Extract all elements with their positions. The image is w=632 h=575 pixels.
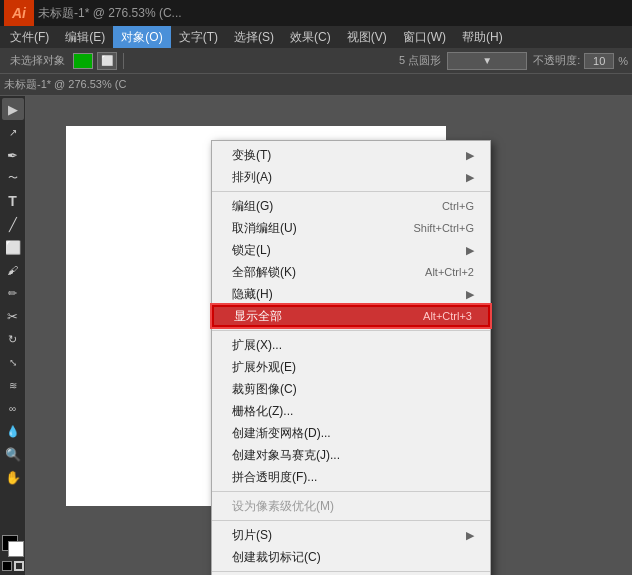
menu-lock[interactable]: 锁定(L) ▶ bbox=[212, 239, 490, 261]
opacity-label: 不透明度: bbox=[533, 53, 580, 68]
opacity-percent: % bbox=[618, 55, 628, 67]
no-selection-label: 未选择对象 bbox=[4, 53, 71, 68]
menu-section-5: 切片(S) ▶ 创建裁切标记(C) bbox=[212, 521, 490, 572]
background-color[interactable] bbox=[8, 541, 24, 557]
menu-slice[interactable]: 切片(S) ▶ bbox=[212, 524, 490, 546]
tool-paintbrush[interactable]: 🖌 bbox=[2, 259, 24, 281]
menu-hide[interactable]: 隐藏(H) ▶ bbox=[212, 283, 490, 305]
menu-effect[interactable]: 效果(C) bbox=[282, 26, 339, 48]
main-area: ▶ ↗ ✒ 〜 T ╱ ⬜ 🖌 ✏ ✂ ↻ ⤡ ≋ ∞ 💧 🔍 ✋ www.z bbox=[0, 96, 632, 575]
menu-ungroup[interactable]: 取消编组(U) Shift+Ctrl+G bbox=[212, 217, 490, 239]
menu-edit[interactable]: 编辑(E) bbox=[57, 26, 113, 48]
status-text: 未标题-1* @ 276.53% (C bbox=[4, 77, 126, 92]
toolbar-icon1[interactable]: ⬜ bbox=[97, 52, 117, 70]
menu-show-all[interactable]: 显示全部 Alt+Ctrl+3 bbox=[212, 305, 490, 327]
menu-transform[interactable]: 变换(T) ▶ bbox=[212, 144, 490, 166]
menu-unlock-all[interactable]: 全部解锁(K) Alt+Ctrl+2 bbox=[212, 261, 490, 283]
menu-pixel-optimize[interactable]: 设为像素级优化(M) bbox=[212, 495, 490, 517]
menu-section-3: 扩展(X)... 扩展外观(E) 裁剪图像(C) 栅格化(Z)... 创建渐变网… bbox=[212, 331, 490, 492]
menu-gradient-mesh[interactable]: 创建渐变网格(D)... bbox=[212, 422, 490, 444]
dropdown-menu: 变换(T) ▶ 排列(A) ▶ 编组(G) Ctrl+G 取消编组( bbox=[211, 140, 491, 575]
tool-pencil[interactable]: ✏ bbox=[2, 282, 24, 304]
tool-blend[interactable]: ∞ bbox=[2, 397, 24, 419]
tool-curvature[interactable]: 〜 bbox=[2, 167, 24, 189]
tool-rectangle[interactable]: ⬜ bbox=[2, 236, 24, 258]
menu-select[interactable]: 选择(S) bbox=[226, 26, 282, 48]
color-boxes bbox=[2, 535, 24, 575]
stroke-color[interactable] bbox=[14, 561, 24, 571]
toolbar-sep1 bbox=[123, 53, 124, 69]
menu-crop-marks[interactable]: 创建裁切标记(C) bbox=[212, 546, 490, 568]
title-bar: Ai 未标题-1* @ 276.53% (C... bbox=[0, 0, 632, 26]
tool-direct-select[interactable]: ↗ bbox=[2, 121, 24, 143]
menu-arrange[interactable]: 排列(A) ▶ bbox=[212, 166, 490, 188]
toolbar: 未选择对象 ⬜ 5 点圆形 ▼ 不透明度: % bbox=[0, 48, 632, 74]
tool-pen[interactable]: ✒ bbox=[2, 144, 24, 166]
menu-file[interactable]: 文件(F) bbox=[2, 26, 57, 48]
tool-select[interactable]: ▶ bbox=[2, 98, 24, 120]
sidebar: ▶ ↗ ✒ 〜 T ╱ ⬜ 🖌 ✏ ✂ ↻ ⤡ ≋ ∞ 💧 🔍 ✋ bbox=[0, 96, 26, 575]
tool-scissors[interactable]: ✂ bbox=[2, 305, 24, 327]
menu-flatten-transparency[interactable]: 拼合透明度(F)... bbox=[212, 466, 490, 488]
menu-view[interactable]: 视图(V) bbox=[339, 26, 395, 48]
tool-hand[interactable]: ✋ bbox=[2, 466, 24, 488]
color-swatch[interactable] bbox=[73, 53, 93, 69]
fill-color[interactable] bbox=[2, 561, 12, 571]
menu-rasterize[interactable]: 栅格化(Z)... bbox=[212, 400, 490, 422]
toolbar2: 未标题-1* @ 276.53% (C bbox=[0, 74, 632, 96]
menu-mosaic[interactable]: 创建对象马赛克(J)... bbox=[212, 444, 490, 466]
tool-warp[interactable]: ≋ bbox=[2, 374, 24, 396]
tool-line[interactable]: ╱ bbox=[2, 213, 24, 235]
shape-dropdown[interactable]: ▼ bbox=[447, 52, 527, 70]
menu-object[interactable]: 对象(O) bbox=[113, 26, 170, 48]
menu-help[interactable]: 帮助(H) bbox=[454, 26, 511, 48]
tool-rotate[interactable]: ↻ bbox=[2, 328, 24, 350]
menu-crop-image[interactable]: 裁剪图像(C) bbox=[212, 378, 490, 400]
menu-section-2: 编组(G) Ctrl+G 取消编组(U) Shift+Ctrl+G 锁定(L) … bbox=[212, 192, 490, 331]
menu-expand-appearance[interactable]: 扩展外观(E) bbox=[212, 356, 490, 378]
tool-type[interactable]: T bbox=[2, 190, 24, 212]
opacity-input[interactable] bbox=[584, 53, 614, 69]
menu-section-1: 变换(T) ▶ 排列(A) ▶ bbox=[212, 141, 490, 192]
menu-window[interactable]: 窗口(W) bbox=[395, 26, 454, 48]
menu-expand[interactable]: 扩展(X)... bbox=[212, 334, 490, 356]
tool-eyedropper[interactable]: 💧 bbox=[2, 420, 24, 442]
canvas-area: www.zw.com 变换(T) ▶ 排列(A) ▶ bbox=[26, 96, 632, 575]
menu-bar: 文件(F) 编辑(E) 对象(O) 文字(T) 选择(S) 效果(C) 视图(V… bbox=[0, 26, 632, 48]
shape-label: 5 点圆形 bbox=[399, 53, 441, 68]
title-bar-text: 未标题-1* @ 276.53% (C... bbox=[38, 5, 182, 22]
menu-text[interactable]: 文字(T) bbox=[171, 26, 226, 48]
dropdown-overlay: 变换(T) ▶ 排列(A) ▶ 编组(G) Ctrl+G 取消编组( bbox=[26, 96, 632, 575]
menu-group[interactable]: 编组(G) Ctrl+G bbox=[212, 195, 490, 217]
tool-scale[interactable]: ⤡ bbox=[2, 351, 24, 373]
app-logo: Ai bbox=[4, 0, 34, 26]
menu-section-4: 设为像素级优化(M) bbox=[212, 492, 490, 521]
tool-zoom[interactable]: 🔍 bbox=[2, 443, 24, 465]
toolbar-right: 5 点圆形 ▼ 不透明度: % bbox=[399, 52, 628, 70]
